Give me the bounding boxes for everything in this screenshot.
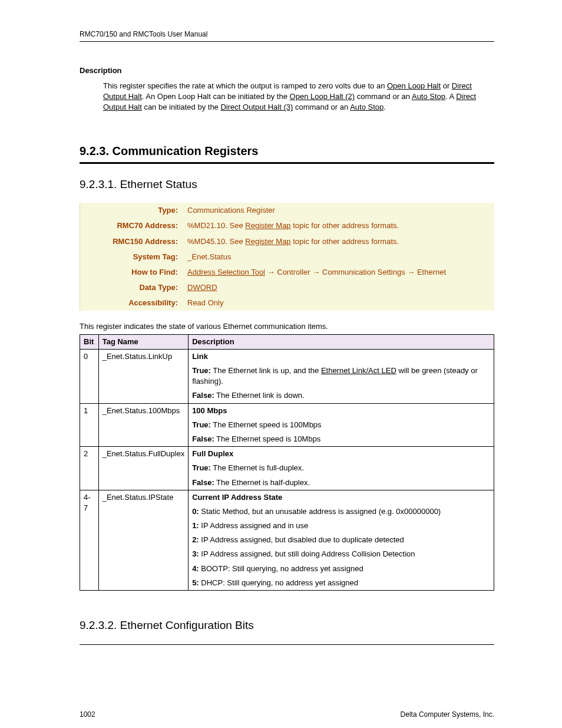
footer-rule [80, 644, 494, 645]
info-table: Type: Communications Register RMC70 Addr… [80, 203, 494, 311]
bit-cell: 2 [80, 447, 99, 490]
text: IP Address assigned, but still doing Add… [199, 549, 415, 558]
register-map-link-2[interactable]: Register Map [245, 237, 290, 246]
th-bit: Bit [80, 334, 99, 349]
rmc70-address-label: RMC70 Address: [80, 218, 184, 233]
table-row: 1 _Enet.Status.100Mbps 100 Mbps True: Th… [80, 403, 494, 447]
open-loop-halt-2-link[interactable]: Open Loop Halt (2) [290, 92, 355, 101]
table-row: 0 _Enet.Status.LinkUp Link True: The Eth… [80, 349, 494, 403]
row-title: Current IP Address State [192, 493, 282, 502]
page-header: RMC70/150 and RMCTools User Manual [80, 29, 494, 39]
text: DHCP: Still querying, no address yet ass… [199, 578, 358, 587]
th-desc: Description [189, 334, 494, 349]
text: can be initiated by the [142, 103, 221, 111]
subsection-heading-1: 9.2.3.1. Ethernet Status [80, 177, 494, 193]
text: or [441, 81, 452, 90]
auto-stop-link[interactable]: Auto Stop [412, 92, 445, 101]
address-selection-tool-link[interactable]: Address Selection Tool [187, 268, 265, 276]
text: . [384, 103, 386, 111]
page-number: 1002 [80, 710, 95, 720]
system-tag-label: System Tag: [80, 249, 184, 265]
table-intro: This register indicates the state of var… [80, 321, 494, 332]
subsection-heading-2: 9.2.3.2. Ethernet Configuration Bits [80, 618, 494, 634]
description-heading: Description [80, 65, 494, 76]
text: → Controller → Communication Settings → … [265, 268, 446, 276]
accessibility-label: Accessibility: [80, 295, 184, 311]
tag-cell: _Enet.Status.100Mbps [98, 403, 188, 447]
desc-cell: Full Duplex True: The Ethernet is full-d… [189, 447, 494, 490]
text: The Ethernet speed is 100Mbps [211, 420, 322, 429]
false-label: False: [192, 478, 214, 487]
table-row: 4-7 _Enet.Status.IPState Current IP Addr… [80, 490, 494, 590]
text: . An Open Loop Halt can be initiated by … [142, 92, 290, 101]
text: IP Address assigned, but disabled due to… [199, 535, 404, 544]
how-to-find-value: Address Selection Tool → Controller → Co… [184, 265, 494, 280]
text: topic for other address formats. [291, 237, 399, 246]
data-type-label: Data Type: [80, 280, 184, 295]
rmc150-address-label: RMC150 Address: [80, 234, 184, 249]
text: %MD45.10. See [187, 237, 245, 246]
tag-cell: _Enet.Status.FullDuplex [98, 447, 188, 490]
type-label: Type: [80, 203, 184, 218]
bit-cell: 4-7 [80, 490, 99, 590]
row-title: 100 Mbps [192, 406, 227, 415]
company-name: Delta Computer Systems, Inc. [401, 710, 494, 720]
text: Static Method, but an unusable address i… [199, 507, 441, 516]
text: BOOTP: Still querying, no address yet as… [199, 564, 363, 573]
data-type-value: DWORD [184, 280, 494, 295]
type-value: Communications Register [184, 203, 494, 218]
auto-stop-link-2[interactable]: Auto Stop [350, 103, 384, 111]
false-label: False: [192, 391, 214, 400]
desc-cell: Link True: The Ethernet link is up, and … [189, 349, 494, 403]
row-title: Link [192, 352, 208, 361]
text: The Ethernet speed is 10Mbps [214, 434, 320, 443]
state-3-label: 3: [192, 549, 199, 558]
th-tag: Tag Name [98, 334, 188, 349]
text: %MD21.10. See [187, 221, 245, 230]
false-label: False: [192, 434, 214, 443]
rmc70-address-value: %MD21.10. See Register Map topic for oth… [184, 218, 494, 233]
tag-cell: _Enet.Status.LinkUp [98, 349, 188, 403]
text: command or an [355, 92, 412, 101]
text: command or an [293, 103, 350, 111]
text: The Ethernet is full-duplex. [211, 463, 304, 472]
bit-cell: 1 [80, 403, 99, 447]
section-rule [80, 162, 494, 164]
rmc150-address-value: %MD45.10. See Register Map topic for oth… [184, 234, 494, 249]
tag-cell: _Enet.Status.IPState [98, 490, 188, 590]
dword-link[interactable]: DWORD [187, 283, 217, 292]
register-map-link[interactable]: Register Map [245, 221, 290, 230]
text: The Ethernet link is up, and the [211, 366, 321, 375]
ethernet-led-link[interactable]: Ethernet Link/Act LED [321, 366, 396, 375]
text: This register specifies the rate at whic… [103, 81, 387, 90]
text: topic for other address formats. [291, 221, 399, 230]
true-label: True: [192, 420, 211, 429]
text: The Ethernet link is down. [214, 391, 305, 400]
bit-cell: 0 [80, 349, 99, 403]
text: The Ethernet is half-duplex. [214, 478, 310, 487]
true-label: True: [192, 366, 211, 375]
direct-output-halt-3-link[interactable]: Direct Output Halt (3) [220, 103, 293, 111]
how-to-find-label: How to Find: [80, 265, 184, 280]
true-label: True: [192, 463, 211, 472]
bit-table: Bit Tag Name Description 0 _Enet.Status.… [80, 334, 494, 591]
table-row: 2 _Enet.Status.FullDuplex Full Duplex Tr… [80, 447, 494, 490]
accessibility-value: Read Only [184, 295, 494, 311]
state-4-label: 4: [192, 564, 199, 573]
desc-cell: Current IP Address State 0: Static Metho… [189, 490, 494, 590]
section-heading: 9.2.3. Communication Registers [80, 143, 494, 160]
system-tag-value: _Enet.Status [184, 249, 494, 265]
row-title: Full Duplex [192, 449, 233, 458]
state-0-label: 0: [192, 507, 199, 516]
page-footer: 1002 Delta Computer Systems, Inc. [80, 710, 494, 720]
state-1-label: 1: [192, 521, 199, 530]
description-body: This register specifies the rate at whic… [103, 81, 494, 113]
state-5-label: 5: [192, 578, 199, 587]
text: IP Address assigned and in use [199, 521, 309, 530]
header-rule [80, 41, 494, 42]
state-2-label: 2: [192, 535, 199, 544]
desc-cell: 100 Mbps True: The Ethernet speed is 100… [189, 403, 494, 447]
text: . A [445, 92, 456, 101]
open-loop-halt-link[interactable]: Open Loop Halt [387, 81, 441, 90]
